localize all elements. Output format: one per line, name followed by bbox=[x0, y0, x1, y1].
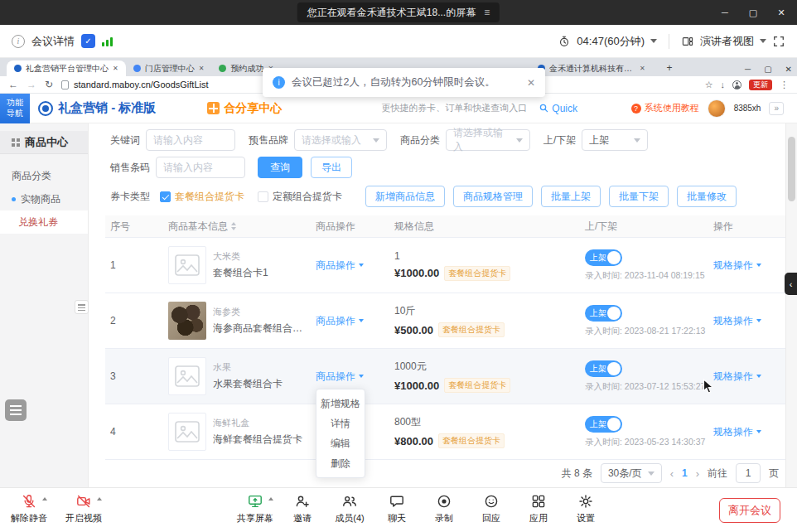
bookmark-icon[interactable] bbox=[705, 80, 713, 89]
chevron-down-icon bbox=[359, 375, 364, 378]
shelf-toggle[interactable]: 上架 bbox=[585, 416, 622, 433]
tab-close-icon[interactable] bbox=[113, 65, 118, 72]
sidebar-section-product-center[interactable]: 商品中心 bbox=[0, 131, 88, 154]
update-badge[interactable]: 更新 bbox=[749, 80, 772, 90]
export-button[interactable]: 导出 bbox=[311, 157, 352, 178]
expand-side-panel-tab[interactable] bbox=[785, 273, 797, 295]
unmute-button[interactable]: 解除静音 bbox=[8, 493, 50, 525]
chat-button[interactable]: 聊天 bbox=[376, 493, 418, 525]
shelf-toggle[interactable]: 上架 bbox=[585, 360, 622, 377]
shelf-select[interactable]: 上架 bbox=[582, 129, 648, 151]
add-product-button[interactable]: 新增商品信息 bbox=[365, 186, 445, 207]
back-icon[interactable] bbox=[8, 80, 18, 89]
tab-close-icon[interactable] bbox=[640, 65, 645, 72]
reaction-button[interactable]: 回应 bbox=[471, 493, 512, 525]
spec-op-dropdown[interactable]: 规格操作 bbox=[713, 370, 761, 384]
spec-op-dropdown[interactable]: 规格操作 bbox=[713, 425, 761, 439]
apps-button[interactable]: 应用 bbox=[518, 493, 559, 525]
chevron-up-icon[interactable] bbox=[268, 497, 273, 501]
product-op-dropdown[interactable]: 商品操作 bbox=[316, 259, 364, 273]
shelf-toggle[interactable]: 上架 bbox=[585, 249, 622, 266]
batch-off-button[interactable]: 批量下架 bbox=[609, 186, 669, 207]
floating-list-button[interactable] bbox=[5, 399, 27, 421]
chevron-up-icon[interactable] bbox=[97, 497, 102, 501]
next-page-button[interactable] bbox=[696, 468, 699, 479]
address-bar[interactable]: standard.maboy.cn/GoodsGiftList bbox=[61, 80, 208, 89]
spec-op-dropdown[interactable]: 规格操作 bbox=[713, 259, 761, 273]
record-button[interactable]: 录制 bbox=[423, 493, 465, 525]
collapse-panel-button[interactable]: » bbox=[769, 102, 784, 115]
card-type-option-1[interactable]: 套餐组合提货卡 bbox=[175, 190, 244, 204]
tutorial-link[interactable]: 系统使用教程 bbox=[631, 102, 699, 114]
browser-menu-icon[interactable] bbox=[780, 80, 789, 89]
goto-page-input[interactable] bbox=[736, 463, 761, 483]
scrollbar-thumb[interactable] bbox=[788, 137, 795, 201]
reload-icon[interactable] bbox=[45, 80, 53, 89]
profile-icon[interactable] bbox=[732, 80, 741, 89]
share-center-link[interactable]: 合分享中心 bbox=[207, 101, 282, 116]
batch-on-button[interactable]: 批量上架 bbox=[541, 186, 601, 207]
page-scrollbar[interactable] bbox=[785, 123, 797, 487]
function-nav-button[interactable]: 功能 导航 bbox=[0, 94, 30, 123]
browser-tab-active[interactable]: 礼盒营销平台管理中心 bbox=[7, 60, 126, 76]
download-icon[interactable] bbox=[721, 80, 726, 89]
checkbox-unchecked[interactable] bbox=[258, 191, 268, 202]
prev-page-button[interactable] bbox=[670, 468, 674, 479]
share-screen-button[interactable]: 共享屏幕 bbox=[234, 493, 276, 525]
view-mode-label[interactable]: 演讲者视图 bbox=[700, 34, 754, 49]
forward-icon[interactable] bbox=[27, 80, 36, 89]
header-product-op: 商品操作 bbox=[311, 220, 389, 234]
leave-meeting-button[interactable]: 离开会议 bbox=[719, 498, 780, 523]
keyword-input[interactable] bbox=[146, 129, 235, 151]
brand-select[interactable]: 请选择或输入 bbox=[294, 129, 387, 151]
minimize-button[interactable] bbox=[711, 0, 739, 25]
members-button[interactable]: 成员(4) bbox=[329, 493, 370, 525]
spec-op-dropdown[interactable]: 规格操作 bbox=[713, 314, 761, 328]
share-tip-text: 更快捷的券卡、订单和快递查询入口 bbox=[381, 102, 527, 114]
sidebar-drag-handle[interactable] bbox=[75, 300, 89, 314]
sidebar-item-category[interactable]: 商品分类 bbox=[0, 164, 88, 187]
product-op-dropdown-open[interactable]: 商品操作 bbox=[316, 370, 364, 384]
view-mode-dropdown-icon[interactable] bbox=[760, 39, 766, 43]
menu-item-detail[interactable]: 详情 bbox=[316, 414, 365, 433]
spec-manage-button[interactable]: 商品规格管理 bbox=[453, 186, 533, 207]
settings-button[interactable]: 设置 bbox=[565, 493, 606, 525]
shelf-toggle[interactable]: 上架 bbox=[585, 305, 622, 322]
browser-close-button[interactable] bbox=[785, 65, 792, 74]
start-video-button[interactable]: 开启视频 bbox=[63, 493, 104, 525]
batch-edit-button[interactable]: 批量修改 bbox=[677, 186, 737, 207]
checkbox-checked[interactable] bbox=[160, 191, 171, 202]
product-op-dropdown[interactable]: 商品操作 bbox=[316, 314, 364, 328]
timer-dropdown-icon[interactable] bbox=[650, 39, 657, 43]
new-tab-button[interactable] bbox=[663, 62, 676, 74]
search-button[interactable]: 查询 bbox=[258, 157, 302, 178]
browser-maximize-button[interactable] bbox=[764, 65, 771, 74]
category-select[interactable]: 请选择或输入 bbox=[446, 129, 530, 151]
tab-close-icon[interactable] bbox=[199, 65, 205, 72]
current-page[interactable]: 1 bbox=[682, 467, 688, 479]
menu-item-add-spec[interactable]: 新增规格 bbox=[316, 394, 365, 414]
sidebar-item-physical[interactable]: 实物商品 bbox=[0, 187, 88, 210]
barcode-input[interactable] bbox=[156, 157, 245, 178]
page-size-select[interactable]: 30条/页 bbox=[601, 463, 662, 483]
menu-item-edit[interactable]: 编辑 bbox=[316, 433, 365, 453]
quick-link[interactable]: Quick bbox=[539, 103, 577, 114]
menu-item-delete[interactable]: 删除 bbox=[316, 453, 365, 473]
chevron-up-icon[interactable] bbox=[42, 497, 47, 501]
card-type-option-2[interactable]: 定额组合提货卡 bbox=[273, 190, 342, 204]
fullscreen-icon[interactable] bbox=[772, 35, 785, 48]
security-shield-icon[interactable] bbox=[81, 34, 95, 48]
screen-share-menu-icon[interactable] bbox=[484, 7, 490, 17]
invite-button[interactable]: 邀请 bbox=[282, 493, 323, 525]
close-button[interactable] bbox=[767, 0, 795, 25]
url-text[interactable]: standard.maboy.cn/GoodsGiftList bbox=[74, 80, 208, 89]
sidebar-item-voucher[interactable]: 兑换礼券 bbox=[0, 210, 88, 234]
meeting-details-link[interactable]: 会议详情 bbox=[31, 34, 75, 49]
maximize-button[interactable] bbox=[739, 0, 767, 25]
browser-minimize-button[interactable] bbox=[745, 65, 751, 74]
browser-tab[interactable]: 门店管理中心 bbox=[126, 60, 212, 76]
sort-icon[interactable] bbox=[231, 222, 236, 230]
browser-tab[interactable]: 金禾通计算机科技有限公司 bbox=[530, 60, 655, 76]
avatar[interactable] bbox=[708, 99, 726, 118]
toast-close-icon[interactable] bbox=[527, 77, 535, 89]
